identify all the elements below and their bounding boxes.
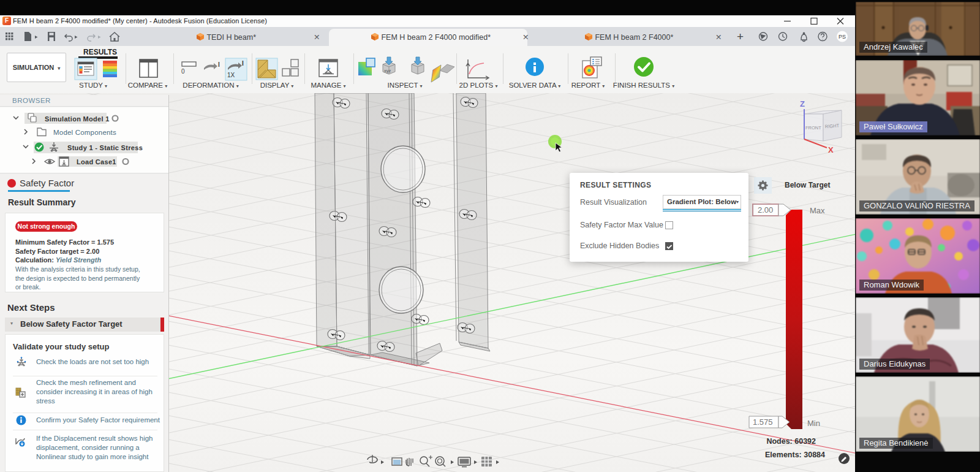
svg-text:PS: PS	[839, 34, 846, 40]
svg-text:1.575: 1.575	[753, 417, 773, 427]
svg-text:FRONT: FRONT	[805, 125, 821, 131]
svg-text:Load Case1: Load Case1	[77, 158, 116, 166]
svg-text:Z: Z	[800, 99, 805, 108]
svg-text:0: 0	[181, 68, 185, 75]
svg-text:Study 1 - Static Stress: Study 1 - Static Stress	[67, 144, 143, 151]
svg-text:Below Target: Below Target	[785, 181, 830, 189]
svg-text:Max: Max	[810, 206, 825, 215]
svg-text:1X: 1X	[227, 72, 235, 78]
svg-text:I: I	[218, 61, 220, 68]
svg-text:Model Components: Model Components	[53, 129, 116, 136]
svg-text:Min: Min	[807, 419, 820, 428]
svg-text:Elements: 30884: Elements: 30884	[765, 451, 825, 459]
svg-text:Nodes: 60392: Nodes: 60392	[766, 437, 816, 446]
svg-text:I: I	[242, 60, 244, 67]
svg-text:2.00: 2.00	[758, 205, 773, 215]
svg-text:RIGHT: RIGHT	[825, 123, 840, 129]
svg-text:X: X	[828, 145, 834, 154]
svg-text:Simulation Model 1: Simulation Model 1	[45, 115, 110, 123]
svg-text:xyz: xyz	[384, 68, 391, 74]
